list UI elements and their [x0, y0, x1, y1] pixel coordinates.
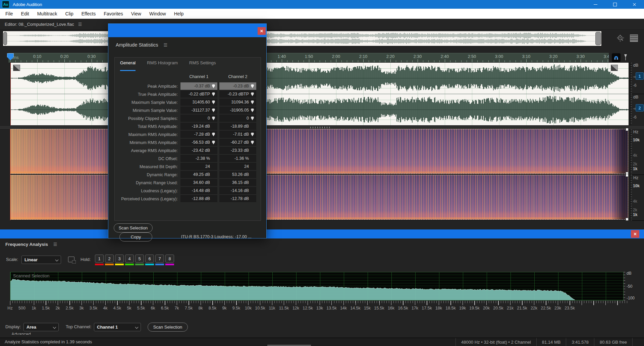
top-channel-select[interactable]: Channel 1 [94, 323, 141, 331]
value-pin-icon[interactable] [251, 109, 254, 112]
hold-button[interactable]: 4 [125, 255, 134, 263]
panel-menu-icon[interactable]: ☰ [78, 22, 82, 27]
stat-row[interactable]: Dynamic Range Used: 34.60 dB 36.15 dB [115, 179, 261, 187]
spectrogram-channel-1[interactable] [10, 129, 628, 174]
hold-button[interactable]: 3 [115, 255, 124, 263]
menu-item[interactable]: Favorites [100, 9, 127, 19]
stat-value-ch2[interactable]: -1.36 % [219, 155, 256, 162]
frequency-scale-ch2[interactable]: Hz 10k 4k 2k 1k [630, 175, 644, 221]
stat-value-ch1[interactable]: -14.48 dB [180, 187, 217, 195]
selection-handle[interactable] [626, 128, 629, 131]
stat-value-ch1[interactable]: -7.28 dB [180, 131, 217, 138]
window-titlebar[interactable]: Au Adobe Audition [0, 0, 644, 9]
minimize-button[interactable] [586, 0, 605, 9]
stat-row[interactable]: Maximum Sample Value: 31405.60 31094.36 [115, 98, 261, 107]
hold-button[interactable]: 8 [165, 255, 174, 263]
stat-row[interactable]: Average RMS Amplitude: -23.42 dB -23.33 … [115, 147, 261, 155]
selection-handle[interactable] [626, 174, 629, 177]
stat-value-ch2[interactable]: -14.16 dB [219, 187, 256, 195]
copy-button[interactable]: Copy [119, 232, 152, 241]
spectral-display-area[interactable] [10, 129, 628, 220]
stat-value-ch2[interactable]: -23.33 dB [219, 147, 256, 154]
stat-value-ch1[interactable]: 0 [180, 115, 217, 122]
stat-value-ch2[interactable]: -60.27 dB [219, 139, 256, 146]
stat-value-ch1[interactable]: -0.37 dB [180, 82, 217, 90]
scale-select[interactable]: Linear [21, 256, 61, 264]
stat-value-ch2[interactable]: -31905.05 [219, 107, 256, 114]
focused-panel-bar[interactable]: ✕ [0, 229, 644, 238]
hold-button[interactable]: 5 [135, 255, 144, 263]
advanced-expander[interactable]: Advanced [11, 332, 52, 335]
stat-value-ch2[interactable]: 31094.36 [219, 98, 256, 106]
stat-value-ch2[interactable]: 24 [219, 163, 256, 170]
value-pin-icon[interactable] [212, 100, 215, 104]
stat-row[interactable]: Maximum RMS Amplitude: -7.28 dB -7.01 dB [115, 131, 261, 139]
channel-2-badge[interactable]: 2 [636, 104, 644, 112]
menu-item[interactable]: Help [170, 9, 188, 19]
stat-row[interactable]: Loudness (Legacy): -14.48 dB -14.16 dB [115, 187, 261, 195]
waveform-channel-2[interactable] [10, 94, 629, 125]
frequency-scale-ch1[interactable]: Hz 10k 4k 2k 1k [630, 129, 644, 175]
dialog-tab[interactable]: RMS Histogram [147, 60, 178, 71]
value-pin-icon[interactable] [251, 133, 254, 136]
stat-value-ch1[interactable]: -56.53 dB [180, 139, 217, 146]
frequency-scale-column[interactable]: Hz 10k 4k 2k 1k Hz 10k 4k 2k 1k [630, 129, 644, 220]
amplitude-scale-ch2[interactable]: dB -∞ -6 2 [630, 94, 644, 126]
stat-value-ch1[interactable]: 24 [180, 163, 217, 170]
stat-value-ch1[interactable]: -19.24 dB [180, 123, 217, 130]
stat-value-ch1[interactable]: 49.25 dB [180, 171, 217, 179]
stat-value-ch2[interactable]: -7.01 dB [219, 131, 256, 138]
stat-value-ch2[interactable]: -0.23 dBTP [219, 90, 256, 98]
stat-row[interactable]: Measured Bit Depth: 24 24 [115, 163, 261, 171]
menu-item[interactable]: View [127, 9, 145, 19]
waveform-editor-area[interactable] [10, 62, 629, 126]
stat-row[interactable]: Dynamic Range: 49.25 dB 53.26 dB [115, 171, 261, 179]
stat-value-ch1[interactable]: -2.38 % [180, 155, 217, 162]
overview-left-handle[interactable] [3, 32, 7, 45]
menu-item[interactable]: Clip [61, 9, 77, 19]
stat-value-ch2[interactable]: 36.15 dB [219, 179, 256, 187]
menu-item[interactable]: Multitrack [33, 9, 61, 19]
hold-button[interactable]: 1 [95, 255, 104, 263]
stat-value-ch2[interactable]: -0.23 dB [219, 82, 256, 90]
dialog-close-button[interactable]: ✕ [258, 27, 266, 35]
stat-row[interactable]: Peak Amplitude: -0.37 dB -0.23 dB [115, 82, 261, 90]
stat-row[interactable]: Perceived Loudness (Legacy): -12.88 dB -… [115, 195, 261, 203]
zoom-navigate-icon[interactable] [616, 33, 625, 43]
stat-row[interactable]: True Peak Amplitude: -0.22 dBTP -0.23 dB… [115, 90, 261, 98]
amplitude-statistics-dialog[interactable]: ✕ Amplitude Statistics ☰ GeneralRMS Hist… [108, 23, 267, 238]
stat-row[interactable]: Possibly Clipped Samples: 0 0 [115, 115, 261, 123]
dialog-scan-selection-button[interactable]: Scan Selection [114, 223, 153, 232]
dialog-tab[interactable]: RMS Settings [189, 60, 216, 71]
close-button[interactable] [625, 0, 644, 9]
value-pin-icon[interactable] [212, 92, 215, 96]
value-pin-icon[interactable] [212, 141, 215, 144]
stat-value-ch1[interactable]: 31405.60 [180, 98, 217, 106]
value-pin-icon[interactable] [212, 84, 215, 88]
hold-button[interactable]: 2 [105, 255, 114, 263]
maximize-button[interactable] [605, 0, 625, 9]
splitter-grip-icon[interactable] [310, 127, 330, 128]
stat-value-ch2[interactable]: 0 [219, 115, 256, 122]
value-pin-icon[interactable] [251, 84, 254, 88]
stat-value-ch1[interactable]: -31127.37 [180, 107, 217, 114]
hold-button[interactable]: 7 [155, 255, 164, 263]
editor-tab-title[interactable]: Editor: 08._Computerized_Love.flac [5, 22, 74, 27]
stat-value-ch1[interactable]: 34.60 dB [180, 179, 217, 187]
display-select[interactable]: Area [23, 323, 59, 331]
value-pin-icon[interactable] [251, 141, 254, 144]
selection-handle[interactable] [626, 218, 629, 221]
menu-item[interactable]: Window [145, 9, 170, 19]
stat-row[interactable]: DC Offset: -2.38 % -1.36 % [115, 155, 261, 163]
panel-menu-icon[interactable]: ☰ [53, 242, 57, 247]
stat-value-ch1[interactable]: -0.22 dBTP [180, 90, 217, 98]
value-pin-icon[interactable] [251, 117, 254, 120]
value-pin-icon[interactable] [212, 109, 215, 112]
spectrogram-channel-2[interactable] [10, 175, 628, 220]
dialog-tab[interactable]: General [120, 60, 136, 71]
stat-value-ch2[interactable]: 53.26 dB [219, 171, 256, 179]
timeline-ruler[interactable]: hms 0:100:200:300:400:501:001:101:201:30… [8, 53, 609, 63]
amplitude-scale-ch1[interactable]: dB -∞ -6 1 [630, 62, 644, 94]
stat-row[interactable]: Minimum Sample Value: -31127.37 -31905.0… [115, 107, 261, 115]
waveform-channel-1[interactable] [10, 63, 629, 94]
